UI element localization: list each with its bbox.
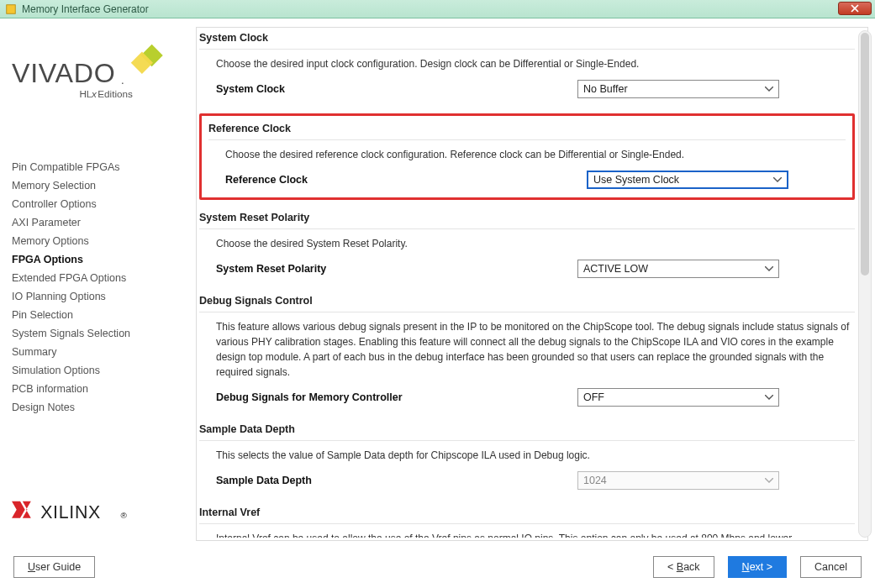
app-icon (5, 3, 17, 15)
content-area: VIVADO . HL x Editions Pin Compatible FP… (0, 18, 875, 544)
window-title: Memory Interface Generator (22, 3, 149, 15)
titlebar: Memory Interface Generator (0, 0, 875, 18)
window-close-button[interactable] (838, 2, 872, 15)
sidebar-item-io-planning-options[interactable]: IO Planning Options (12, 291, 177, 302)
sidebar-item-pcb-information[interactable]: PCB information (12, 383, 177, 395)
vivado-word: VIVADO (12, 58, 115, 88)
reset-polarity-select[interactable]: ACTIVE LOW (577, 260, 779, 278)
sidebar-item-memory-selection[interactable]: Memory Selection (12, 180, 177, 192)
svg-text:x: x (91, 88, 98, 99)
sample-depth-label: Sample Data Depth (216, 475, 577, 486)
section-desc: Choose the desired reference clock confi… (225, 147, 842, 162)
wizard-step-list: Pin Compatible FPGAs Memory Selection Co… (12, 161, 177, 413)
user-guide-button[interactable]: User Guide (13, 556, 95, 578)
scrollbar-thumb[interactable] (861, 33, 869, 276)
sidebar-item-pin-selection[interactable]: Pin Selection (12, 309, 177, 321)
section-title: System Clock (199, 30, 855, 50)
chevron-down-icon (773, 177, 782, 182)
debug-value: OFF (583, 391, 604, 403)
section-reset-polarity: System Reset Polarity Choose the desired… (199, 210, 855, 278)
svg-text:®: ® (120, 511, 127, 520)
section-debug: Debug Signals Control This feature allow… (199, 293, 855, 407)
debug-select[interactable]: OFF (577, 388, 779, 407)
section-desc: This feature allows various debug signal… (216, 319, 851, 380)
sidebar-item-axi-parameter[interactable]: AXI Parameter (12, 217, 177, 228)
sidebar-item-fpga-options[interactable]: FPGA Options (12, 254, 177, 265)
vivado-logo: VIVADO . HL x Editions (12, 27, 177, 119)
section-title: Debug Signals Control (199, 293, 855, 312)
section-title: System Reset Polarity (199, 210, 855, 229)
section-system-clock: System Clock Choose the desired input cl… (199, 30, 855, 98)
chevron-down-icon (765, 87, 773, 92)
sidebar: VIVADO . HL x Editions Pin Compatible FP… (0, 18, 189, 544)
sidebar-item-controller-options[interactable]: Controller Options (12, 198, 177, 210)
sidebar-item-extended-fpga-options[interactable]: Extended FPGA Options (12, 272, 177, 284)
sidebar-item-design-notes[interactable]: Design Notes (12, 402, 177, 413)
section-desc: Internal Vref can be used to allow the u… (216, 531, 851, 538)
sidebar-item-simulation-options[interactable]: Simulation Options (12, 365, 177, 376)
svg-rect-0 (7, 4, 16, 13)
chevron-down-icon (765, 266, 773, 271)
system-clock-label: System Clock (216, 83, 577, 95)
reference-clock-value: Use System Clock (593, 174, 679, 186)
system-clock-value: No Buffer (583, 83, 628, 95)
reference-clock-select[interactable]: Use System Clock (587, 171, 788, 189)
section-desc: Choose the desired System Reset Polarity… (216, 236, 851, 251)
svg-marker-7 (12, 501, 25, 518)
section-sample-depth: Sample Data Depth This selects the value… (199, 422, 855, 490)
chevron-down-icon (765, 395, 773, 400)
main-panel: System Clock Choose the desired input cl… (189, 18, 875, 544)
reset-polarity-value: ACTIVE LOW (583, 263, 648, 275)
next-button[interactable]: Next > (728, 556, 787, 578)
section-title: Reference Clock (208, 121, 846, 140)
scroll-area: System Clock Choose the desired input cl… (199, 30, 855, 538)
svg-text:HL: HL (79, 88, 92, 99)
sample-depth-select: 1024 (577, 471, 779, 490)
section-internal-vref: Internal Vref Internal Vref can be used … (199, 505, 855, 538)
section-desc: This selects the value of Sample Data de… (216, 448, 851, 463)
svg-text:.: . (121, 73, 124, 86)
xilinx-logo: XILINX ® (12, 499, 177, 536)
section-title: Sample Data Depth (199, 422, 855, 441)
footer: User Guide < Back Next > Cancel (0, 544, 875, 588)
system-clock-select[interactable]: No Buffer (577, 80, 779, 98)
debug-label: Debug Signals for Memory Controller (216, 391, 577, 403)
section-reference-clock-highlight: Reference Clock Choose the desired refer… (199, 113, 855, 200)
back-button[interactable]: < Back (653, 556, 714, 578)
sidebar-item-memory-options[interactable]: Memory Options (12, 235, 177, 247)
sidebar-item-summary[interactable]: Summary (12, 346, 177, 358)
chevron-down-icon (765, 478, 773, 483)
svg-text:XILINX: XILINX (40, 502, 101, 522)
sample-depth-value: 1024 (583, 475, 607, 486)
cancel-button[interactable]: Cancel (800, 556, 862, 578)
section-desc: Choose the desired input clock configura… (216, 56, 851, 71)
vertical-scrollbar[interactable] (858, 30, 872, 538)
reference-clock-label: Reference Clock (225, 174, 587, 186)
section-title: Internal Vref (199, 505, 855, 524)
sidebar-item-system-signals[interactable]: System Signals Selection (12, 328, 177, 339)
sidebar-item-pin-compatible[interactable]: Pin Compatible FPGAs (12, 161, 177, 173)
reset-polarity-label: System Reset Polarity (216, 263, 577, 275)
svg-text:Editions: Editions (98, 88, 133, 99)
